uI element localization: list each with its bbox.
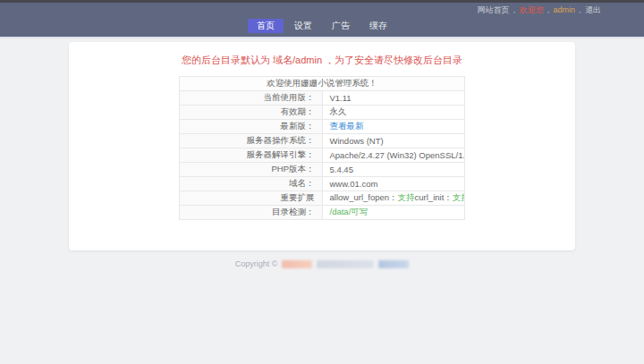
- security-warning: 您的后台目录默认为 域名/admin ，为了安全请尽快修改后台目录: [69, 54, 575, 66]
- main-nav: 首页 设置 广告 缓存: [0, 19, 644, 33]
- row-label: 重要扩展: [180, 191, 323, 206]
- row-server-engine: 服务器解译引擎： Apache/2.4.27 (Win32) OpenSSL/1…: [180, 148, 465, 163]
- copyright-prefix: Copyright ©: [235, 259, 278, 268]
- redacted-text-block: [378, 260, 409, 268]
- welcome-header: 欢迎使用姗姗小说管理系统！: [180, 77, 465, 91]
- ext-name: allow_url_fopen：: [330, 192, 398, 202]
- user-links: 网站首页，欢迎您，admin，退出: [477, 4, 601, 16]
- ext-status: 支持: [453, 192, 465, 202]
- row-label: 当前使用版：: [180, 91, 323, 106]
- main-card: 您的后台目录默认为 域名/admin ，为了安全请尽快修改后台目录 欢迎使用姗姗…: [69, 42, 575, 250]
- row-label: 有效期：: [180, 106, 323, 120]
- row-validity: 有效期： 永久: [180, 106, 465, 120]
- row-label: 服务器操作系统：: [180, 134, 323, 148]
- site-home-link[interactable]: 网站首页: [477, 5, 509, 14]
- header-bar: 网站首页，欢迎您，admin，退出 首页 设置 广告 缓存: [0, 3, 644, 38]
- separator: ，: [510, 5, 518, 14]
- row-php-version: PHP版本： 5.4.45: [180, 163, 465, 177]
- ext-name: curl_init：: [415, 192, 453, 202]
- row-label: 服务器解译引擎：: [180, 148, 323, 163]
- logout-link[interactable]: 退出: [585, 5, 601, 14]
- dir-check-value: /data/可写: [330, 207, 369, 216]
- tab-settings[interactable]: 设置: [285, 19, 321, 33]
- validity-value: 永久: [322, 106, 465, 120]
- php-version-value: 5.4.45: [322, 163, 465, 177]
- redacted-text-block: [282, 260, 312, 268]
- row-server-os: 服务器操作系统： Windows (NT): [180, 134, 465, 148]
- row-current-version: 当前使用版： V1.11: [180, 91, 465, 106]
- domain-value: www.01.com: [322, 177, 465, 191]
- server-os-value: Windows (NT): [322, 134, 465, 148]
- row-label: 最新版：: [180, 120, 323, 134]
- server-engine-value: Apache/2.4.27 (Win32) OpenSSL/1.0.2l mod…: [322, 148, 465, 163]
- tab-cache[interactable]: 缓存: [360, 19, 396, 33]
- username-link[interactable]: admin: [553, 5, 575, 14]
- row-label: 目录检测：: [180, 206, 323, 220]
- separator: ，: [544, 5, 552, 14]
- welcome-header-row: 欢迎使用姗姗小说管理系统！: [180, 77, 465, 91]
- extensions-value: allow_url_fopen：支持curl_init：支持file_get：支…: [322, 191, 465, 206]
- ext-status: 支持: [398, 192, 415, 202]
- tab-ads[interactable]: 广告: [323, 19, 359, 33]
- current-version-value: V1.11: [322, 91, 465, 106]
- welcome-text: 欢迎您: [519, 5, 543, 14]
- redacted-text-block: [317, 260, 374, 268]
- check-latest-link[interactable]: 查看最新: [330, 121, 364, 131]
- row-label: PHP版本：: [180, 163, 323, 177]
- separator: ，: [576, 5, 584, 14]
- row-domain: 域名： www.01.com: [180, 177, 465, 191]
- tab-home[interactable]: 首页: [248, 19, 284, 33]
- copyright: Copyright ©: [0, 258, 644, 269]
- system-info-table: 欢迎使用姗姗小说管理系统！ 当前使用版： V1.11 有效期： 永久 最新版： …: [179, 76, 465, 220]
- row-latest-version: 最新版： 查看最新: [180, 120, 465, 134]
- row-label: 域名：: [180, 177, 323, 191]
- row-dir-check: 目录检测： /data/可写: [180, 206, 465, 220]
- row-extensions: 重要扩展 allow_url_fopen：支持curl_init：支持file_…: [180, 191, 465, 206]
